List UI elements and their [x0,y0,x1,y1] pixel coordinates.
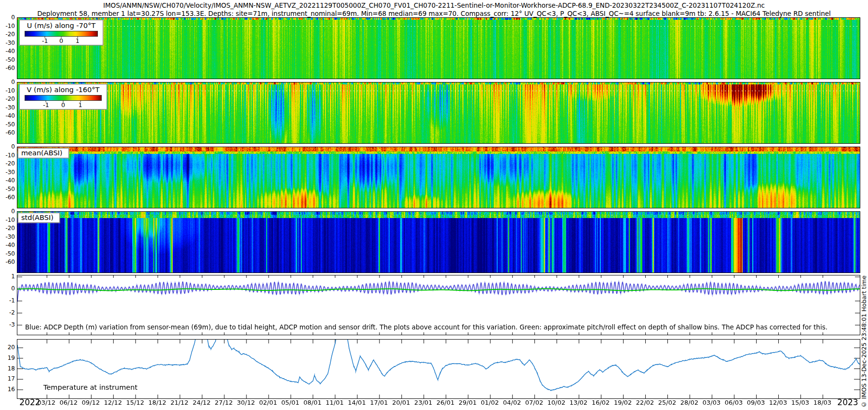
x-tick-label: 01/02 [481,399,499,406]
imos-watermark: © IMOS 13-Dec-2025 23:48:01 Hobart time [860,275,868,408]
y-tick-label: -50 [0,186,15,192]
x-tick-label: 03/12 [38,399,55,406]
x-tick-label: 23/01 [414,399,432,406]
y-tick-label: -2 [0,309,15,316]
x-tick-label: 16/02 [592,399,610,406]
depth-variation-caption: Blue: ADCP Depth (m) variation from sens… [25,323,827,331]
v-colorbar-legend: V (m/s) along -160°T -1 0 1 [19,84,107,109]
u-velocity-heatmap [17,18,860,79]
x-tick-label: 15/03 [791,399,809,406]
y-tick-label: -20 [0,31,15,38]
v-velocity-heatmap [17,82,860,143]
panel-u-velocity [17,17,860,79]
x-tick-label: 07/02 [525,399,543,406]
x-tick-label: 26/01 [436,399,454,406]
x-tick-label: 03/03 [703,399,720,406]
y-tick-label: -60 [0,259,15,265]
y-tick-label: -30 [0,233,15,240]
v-colorbar-ticks: -1 0 1 [25,101,102,109]
y-tick-label: -50 [0,56,15,63]
y-tick-label: -40 [0,177,15,184]
y-tick-label: -50 [0,121,15,128]
y-tick-label: -40 [0,112,15,119]
colorbar-tick-label: 0 [59,37,63,44]
y-tick-label: -20 [0,96,15,102]
colorbar-tick-label: -1 [42,37,48,44]
y-tick-label: -30 [0,40,15,46]
x-tick-label: 11/01 [326,399,343,406]
y-tick-label: 0 [0,14,15,21]
u-legend-title: U (m/s) along -70°T [20,20,103,30]
mean-absi-label-box: mean(ABSI) [18,148,69,158]
temperature-label: Temperature at instrument [43,383,137,391]
x-tick-label: 05/01 [281,399,299,406]
panel-v-velocity [17,82,860,144]
panel-temperature [17,339,860,399]
y-tick-label: 0 [0,208,15,215]
y-tick-label: -20 [0,225,15,232]
y-tick-label: 20 [0,344,15,351]
y-tick-label: -10 [0,23,15,29]
x-tick-label: 06/12 [60,399,78,406]
y-tick-label: -3 [0,321,15,328]
panel-std-absi [17,211,860,273]
std-absi-label-box: std(ABSI) [18,213,60,223]
x-tick-label: 14/01 [348,399,366,406]
y-tick-label: -40 [0,48,15,55]
x-tick-label: 28/02 [680,399,698,406]
u-colorbar-ticks: -1 0 1 [25,37,98,45]
y-tick-label: -30 [0,169,15,176]
y-tick-label: -40 [0,242,15,248]
x-tick-label: 29/01 [459,399,476,406]
mean-absi-heatmap [17,147,860,208]
y-tick-label: -1 [0,297,15,304]
x-tick-label: 20/01 [392,399,410,406]
u-colorbar-legend: U (m/s) along -70°T -1 0 1 [19,20,103,45]
y-tick-label: -60 [0,129,15,136]
x-tick-label: 12/12 [104,399,122,406]
y-tick-label: 1 [0,273,15,280]
x-tick-label: 08/01 [303,399,321,406]
x-tick-label: 27/12 [215,399,232,406]
x-tick-label: 02/01 [259,399,277,406]
x-tick-label: 17/01 [370,399,388,406]
y-tick-label: -10 [0,87,15,94]
x-tick-label: 09/03 [747,399,765,406]
x-tick-label: 30/12 [237,399,255,406]
y-tick-label: -50 [0,250,15,257]
x-tick-label: 04/02 [503,399,521,406]
y-tick-label: 17 [0,375,15,382]
x-tick-label: 18/12 [148,399,166,406]
colorbar-tick-label: 1 [79,101,82,109]
colorbar-tick-label: 0 [61,101,65,109]
v-legend-title: V (m/s) along -160°T [20,84,107,95]
x-tick-label: 10/02 [547,399,565,406]
y-tick-label: 0 [0,143,15,150]
x-tick-label: 09/12 [82,399,100,406]
x-tick-label: 22/02 [636,399,654,406]
y-tick-label: -60 [0,65,15,71]
y-tick-label: 0 [0,285,15,292]
y-tick-label: 16 [0,386,15,393]
y-tick-label: -30 [0,104,15,111]
x-tick-label: 18/03 [814,399,831,406]
y-tick-label: -60 [0,194,15,201]
x-tick-label: 19/02 [614,399,632,406]
figure-subtitle: Deployment 58, member 1 lat=30.27S lon=1… [0,10,868,17]
x-tick-label: 13/02 [570,399,587,406]
x-tick-label: 06/03 [725,399,743,406]
colorbar-tick-label: -1 [43,101,49,109]
y-tick-label: -10 [0,217,15,223]
y-tick-label: 18 [0,365,15,372]
std-absi-heatmap [17,212,860,273]
x-tick-label: 21/12 [170,399,188,406]
y-tick-label: -10 [0,152,15,159]
figure-title: IMOS/ANMN/NSW/CH070/Velocity/IMOS_ANMN-N… [0,1,868,9]
temperature-plot [17,340,860,398]
x-axis-year-end: 2023 [837,397,858,407]
panel-mean-absi [17,147,860,208]
x-tick-label: 24/12 [192,399,210,406]
x-tick-label: 12/03 [769,399,787,406]
y-tick-label: 19 [0,355,15,361]
y-tick-label: -20 [0,160,15,167]
